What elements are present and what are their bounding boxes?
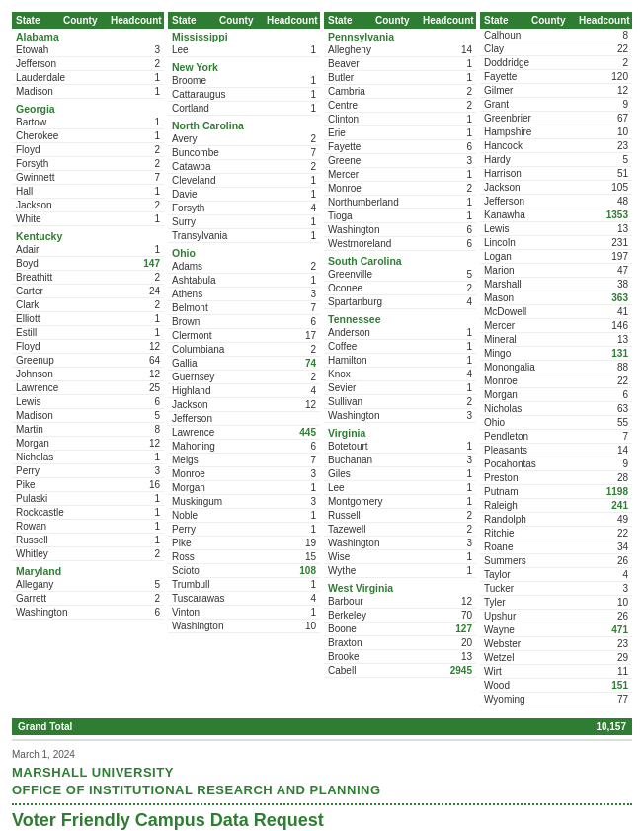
- county-count: 22: [579, 42, 628, 55]
- table-row: Lincoln231: [480, 236, 632, 250]
- county-name: Ohio: [484, 416, 579, 429]
- table-row: Lewis6: [12, 395, 164, 409]
- table-row: Garrett2: [12, 592, 164, 606]
- county-name: Oconee: [328, 282, 423, 294]
- county-count: 47: [579, 264, 628, 277]
- county-name: Surry: [172, 215, 267, 228]
- grand-total-value: 10,157: [596, 721, 626, 732]
- county-name: Ross: [172, 550, 267, 563]
- county-count: 10: [267, 620, 316, 632]
- table-row: Raleigh241: [480, 499, 632, 513]
- county-count: 13: [579, 333, 628, 346]
- col-header-3: State County Headcount: [324, 12, 476, 29]
- table-row: Monroe22: [480, 374, 632, 388]
- table-row: Davie1: [168, 188, 320, 202]
- county-name: Morgan: [484, 388, 579, 401]
- county-name: Muskingum: [172, 495, 267, 508]
- county-name: Boyd: [16, 257, 111, 270]
- state-label: Alabama: [12, 29, 164, 43]
- county-name: Guernsey: [172, 371, 267, 383]
- table-row: Boone127: [324, 623, 476, 636]
- county-name: Monroe: [172, 467, 267, 480]
- county-name: Fayette: [328, 140, 423, 153]
- county-name: Russell: [328, 509, 423, 522]
- county-count: 2: [267, 132, 316, 145]
- county-count: 1: [111, 129, 160, 142]
- table-row: Gilmer12: [480, 84, 632, 98]
- county-name: Centre: [328, 99, 423, 112]
- state-label: West Virginia: [324, 580, 476, 595]
- county-name: Nicholas: [484, 402, 579, 415]
- county-name: Raleigh: [484, 499, 579, 512]
- county-count: 1: [111, 534, 160, 546]
- county-name: Highland: [172, 384, 267, 397]
- county-count: 1353: [579, 208, 628, 221]
- table-row: Wirt11: [480, 665, 632, 679]
- county-name: Whitley: [16, 547, 111, 560]
- state-label: New York: [168, 59, 320, 74]
- county-name: Monroe: [328, 182, 423, 195]
- table-row: Catawba2: [168, 160, 320, 174]
- county-count: 3: [423, 454, 472, 466]
- county-name: Wirt: [484, 665, 579, 678]
- county-count: 22: [579, 527, 628, 540]
- table-row: Tioga1: [324, 209, 476, 223]
- county-name: Barbour: [328, 595, 423, 608]
- county-count: 74: [267, 357, 316, 370]
- county-count: 1: [111, 212, 160, 225]
- county-name: Berkeley: [328, 609, 423, 622]
- table-row: Etowah3: [12, 43, 164, 57]
- county-name: Broome: [172, 74, 267, 87]
- county-count: 49: [579, 513, 628, 526]
- county-count: 26: [579, 610, 628, 623]
- table-row: Trumbull1: [168, 578, 320, 592]
- county-count: 5: [111, 578, 160, 591]
- table-row: Brooke13: [324, 650, 476, 664]
- county-count: 1: [423, 196, 472, 208]
- table-row: Hancock23: [480, 139, 632, 153]
- county-count: 12: [111, 437, 160, 450]
- county-name: Anderson: [328, 326, 423, 339]
- table-row: Belmont7: [168, 301, 320, 315]
- county-count: 4: [267, 202, 316, 214]
- county-name: Randolph: [484, 513, 579, 526]
- table-row: Perry1: [168, 523, 320, 537]
- table-row: Floyd2: [12, 143, 164, 157]
- county-count: 7: [267, 454, 316, 466]
- county-name: Clinton: [328, 113, 423, 125]
- state-label: Ohio: [168, 245, 320, 260]
- state-header-3: State: [328, 15, 373, 26]
- county-count: 77: [579, 693, 628, 706]
- state-group: West VirginiaBarbour12Berkeley70Boone127…: [324, 580, 476, 678]
- county-name: Etowah: [16, 43, 111, 56]
- county-count: 1: [111, 185, 160, 198]
- table-row: Cabell2945: [324, 664, 476, 678]
- county-count: 1: [423, 168, 472, 181]
- table-row: Fayette6: [324, 140, 476, 154]
- table-row: Cambria2: [324, 85, 476, 99]
- table-row: Roane34: [480, 540, 632, 554]
- table-row: White1: [12, 212, 164, 226]
- county-count: 12: [267, 398, 316, 411]
- county-name: Pike: [16, 478, 111, 491]
- col3-states: PennsylvaniaAllegheny14Beaver1Butler1Cam…: [324, 29, 476, 678]
- table-row: Forsyth4: [168, 202, 320, 215]
- county-name: Brooke: [328, 650, 423, 663]
- county-count: 3: [423, 409, 472, 422]
- county-name: Perry: [172, 523, 267, 536]
- table-row: Webster23: [480, 637, 632, 651]
- county-count: 3: [579, 582, 628, 595]
- county-count: 6: [267, 315, 316, 328]
- county-count: 151: [579, 679, 628, 692]
- table-row: Lawrence25: [12, 381, 164, 395]
- county-count: 1: [423, 126, 472, 139]
- county-name: Greenbrier: [484, 112, 579, 125]
- county-name: Roane: [484, 540, 579, 553]
- table-row: Montgomery1: [324, 495, 476, 509]
- county-count: 1: [423, 440, 472, 453]
- state-group: AlabamaEtowah3Jefferson2Lauderdale1Madis…: [12, 29, 164, 99]
- county-count: 2: [267, 160, 316, 173]
- county-name: Wood: [484, 679, 579, 692]
- table-row: Morgan12: [12, 437, 164, 451]
- table-row: Russell2: [324, 509, 476, 523]
